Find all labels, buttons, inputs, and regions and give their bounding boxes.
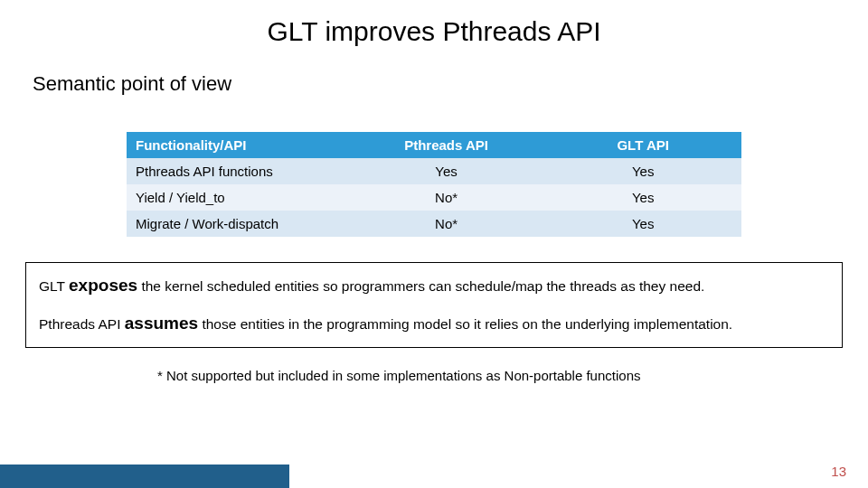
th-glt: GLT API: [544, 132, 741, 158]
line2-post: those entities in the programming model …: [198, 316, 732, 332]
page-number: 13: [831, 464, 846, 479]
table-row: Pthreads API functions Yes Yes: [127, 158, 741, 184]
line1-pre: GLT: [39, 278, 69, 294]
cell-glt: Yes: [544, 158, 741, 184]
line1-emphasis: exposes: [69, 276, 137, 295]
explanation-line-2: Pthreads API assumes those entities in t…: [39, 310, 829, 337]
cell-pthreads: No*: [348, 211, 545, 237]
cell-func: Pthreads API functions: [127, 158, 348, 184]
cell-func: Yield / Yield_to: [127, 184, 348, 211]
line1-post: the kernel scheduled entities so program…: [137, 278, 704, 294]
cell-pthreads: Yes: [348, 158, 545, 184]
cell-glt: Yes: [544, 184, 741, 211]
table-row: Migrate / Work-dispatch No* Yes: [127, 211, 741, 237]
cell-glt: Yes: [544, 211, 741, 237]
cell-func: Migrate / Work-dispatch: [127, 211, 348, 237]
footer-accent-bar: [0, 465, 289, 488]
comparison-table: Functionality/API Pthreads API GLT API P…: [127, 132, 741, 237]
cell-pthreads: No*: [348, 184, 545, 211]
line2-pre: Pthreads API: [39, 316, 125, 332]
footnote: * Not supported but included in some imp…: [157, 368, 868, 383]
th-functionality: Functionality/API: [127, 132, 348, 158]
table-row: Yield / Yield_to No* Yes: [127, 184, 741, 211]
explanation-box: GLT exposes the kernel scheduled entitie…: [25, 262, 843, 348]
explanation-line-1: GLT exposes the kernel scheduled entitie…: [39, 272, 829, 299]
th-pthreads: Pthreads API: [348, 132, 545, 158]
slide-title: GLT improves Pthreads API: [0, 0, 868, 47]
slide-subtitle: Semantic point of view: [0, 47, 868, 96]
line2-emphasis: assumes: [125, 314, 198, 333]
table-header-row: Functionality/API Pthreads API GLT API: [127, 132, 741, 158]
